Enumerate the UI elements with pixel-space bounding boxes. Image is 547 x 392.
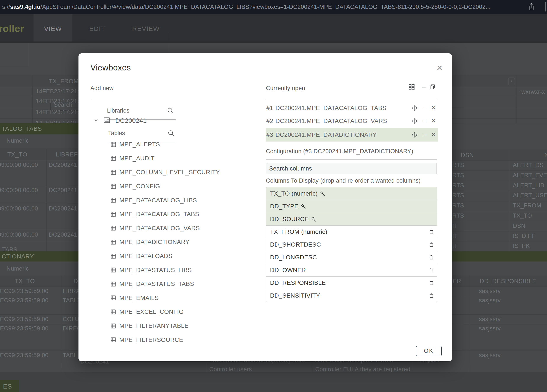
table-item[interactable]: MPE_CONFIG (107, 179, 258, 193)
trash-icon[interactable] (429, 254, 434, 260)
cell-name: ALERT_LIB (513, 182, 544, 189)
move-icon[interactable] (411, 105, 418, 111)
trash-icon[interactable] (429, 293, 434, 298)
column-label: DD_SHORTDESC (270, 241, 321, 248)
table-item[interactable]: MPE_DATASTATUS_TABS (107, 277, 258, 291)
open-viewbox-item[interactable]: #2DC200241.MPE_DATACATALOG_VARS−✕ (266, 115, 438, 127)
column-row[interactable]: TX_TO (numeric) (266, 187, 437, 200)
page-bottom-strip (0, 372, 547, 392)
open-viewbox-item[interactable]: #1DC200241.MPE_DATACATALOG_TABS−✕ (266, 102, 438, 114)
trash-icon[interactable] (429, 229, 434, 235)
table-grid-icon (110, 155, 116, 161)
cell-tx-from: 14FEB23:17:21:2 (36, 120, 82, 123)
table-item[interactable]: MPE_ALERTS (107, 137, 258, 151)
share-icon[interactable] (527, 2, 535, 12)
libraries-placeholder: Libraries (107, 107, 130, 114)
trash-icon[interactable] (429, 267, 434, 273)
table-item[interactable]: MPE_DATALOADS (107, 249, 258, 263)
url-path: /AppStream/DataController/#/view/data/DC… (41, 4, 491, 10)
browser-url-bar[interactable]: s://sas9.4gl.io/AppStream/DataController… (0, 0, 547, 14)
close-icon[interactable]: ✕ (431, 105, 436, 111)
app-logo-fragment: roller (0, 14, 24, 43)
minimize-icon[interactable]: − (423, 118, 426, 124)
minimize-icon[interactable]: − (423, 105, 426, 111)
viewbox4-title-fragment-bar: ES (0, 380, 19, 392)
column-row[interactable]: DD_OWNER (266, 264, 437, 276)
library-tree-item[interactable]: DC200241 (91, 116, 178, 125)
cell-dd-responsible: sasjssrv (479, 316, 501, 323)
table-item-label: MPE_FILTERANYTABLE (119, 322, 189, 329)
cell-tx-to: 09:00:00:00.00 (0, 187, 38, 194)
table-item-label: MPE_ALERTS (119, 141, 160, 148)
column-row[interactable]: DD_SENSITIVITY (266, 289, 437, 302)
table-item[interactable]: MPE_DATASTATUS_LIBS (107, 263, 258, 277)
move-icon[interactable] (411, 132, 418, 138)
table-item[interactable]: MPE_DATACATALOG_LIBS (107, 193, 258, 207)
cell-dd-type-fragment: LIBRA (63, 288, 80, 295)
chevron-down-icon[interactable] (94, 118, 99, 124)
table-item[interactable]: MPE_FILTERANYTABLE (107, 319, 258, 333)
tables-list: MPE_ALERTSMPE_AUDITMPE_COLUMN_LEVEL_SECU… (107, 137, 258, 347)
add-new-label: Add new (90, 85, 114, 92)
restore-all-icon[interactable] (429, 84, 436, 91)
move-icon[interactable] (411, 118, 418, 124)
cell-dsn-fragment: RTS (452, 162, 464, 169)
url-domain: sas9.4gl.io (10, 4, 41, 10)
viewbox1-title-fragment: TALOG_TABS (2, 125, 42, 132)
close-icon[interactable]: ✕ (435, 63, 444, 73)
cell-name: IS_PK (513, 243, 530, 249)
ok-button[interactable]: OK (416, 346, 442, 356)
grid-layout-icon[interactable] (408, 84, 415, 91)
column-label: DD_LONGDESC (270, 254, 317, 261)
cell-libref: DC200241 (49, 205, 77, 212)
cell-tx-to: EC99:23:59:59.00 (0, 316, 48, 323)
column-row[interactable]: DD_TYPE (266, 200, 437, 213)
table-item-label: MPE_COLUMN_LEVEL_SECURITY (119, 169, 220, 176)
viewbox-item-actions: −✕ (411, 105, 436, 111)
column-row[interactable]: DD_SHORTDESC (266, 238, 437, 251)
cell-tx-to: 09:00:00:00.00 (0, 231, 38, 238)
url-prefix: s:// (2, 4, 10, 10)
trash-icon[interactable] (429, 242, 434, 247)
cell-name: DSN (513, 223, 525, 229)
cell-dd-responsible: sasjssrv (479, 297, 501, 304)
table-item[interactable]: MPE_DATADICTIONARY (107, 235, 258, 249)
open-viewbox-item[interactable]: #3DC200241.MPE_DATADICTIONARY−✕ (266, 128, 438, 142)
table-item[interactable]: MPE_AUDIT (107, 151, 258, 166)
table-item[interactable]: MPE_EXCEL_CONFIG (107, 305, 258, 319)
column-row[interactable]: DD_RESPONSIBLE (266, 276, 437, 289)
nav-tab-edit[interactable]: EDIT (79, 14, 116, 43)
nav-tab-view[interactable]: VIEW (34, 14, 72, 43)
close-icon[interactable]: ✕ (431, 132, 436, 138)
cell-dd-type-fragment: COLU (63, 316, 79, 323)
table-grid-icon (110, 239, 116, 245)
column-row[interactable]: TX_FROM (numeric) (266, 225, 437, 238)
cell-dsn-fragment: RTS (452, 202, 464, 209)
url-text: s://sas9.4gl.io/AppStream/DataController… (2, 0, 519, 14)
close-icon[interactable]: ✕ (431, 118, 436, 124)
table-item[interactable]: MPE_EMAILS (107, 291, 258, 305)
minimize-icon[interactable]: − (423, 132, 426, 138)
table-item[interactable]: MPE_DATACATALOG_VARS (107, 221, 258, 235)
minimize-all-icon[interactable] (421, 84, 427, 91)
table-grid-icon (110, 253, 116, 259)
column-filter-button: ▼ (508, 78, 515, 85)
table-item[interactable]: MPE_COLUMN_LEVEL_SECURITY (107, 165, 258, 179)
cell-permissions: rwxrwxr-x (519, 89, 545, 95)
panel-edge-v (29, 43, 29, 67)
table-item[interactable]: MPE_DATACATALOG_TABS (107, 207, 258, 221)
search-icon (167, 107, 174, 115)
trash-icon[interactable] (429, 280, 434, 286)
nav-tab-review[interactable]: REVIEW (118, 14, 174, 43)
library-icon (103, 116, 110, 125)
cell-tx-to: 09:00:00:00.00 (0, 162, 38, 168)
column-row[interactable]: DD_SOURCE (266, 213, 437, 225)
col-header-libref: LIBREF (56, 151, 78, 158)
column-row[interactable]: DD_LONGDESC (266, 251, 437, 264)
cell-name: ALERT_EVEN (513, 172, 547, 179)
cell-name: IS_DIFF (513, 233, 535, 239)
column-label: DD_SENSITIVITY (270, 292, 320, 299)
search-columns-input[interactable]: Search columns (266, 163, 437, 174)
table-item[interactable]: MPE_FILTERSOURCE (107, 333, 258, 347)
header-bottom-edge (0, 41, 547, 43)
